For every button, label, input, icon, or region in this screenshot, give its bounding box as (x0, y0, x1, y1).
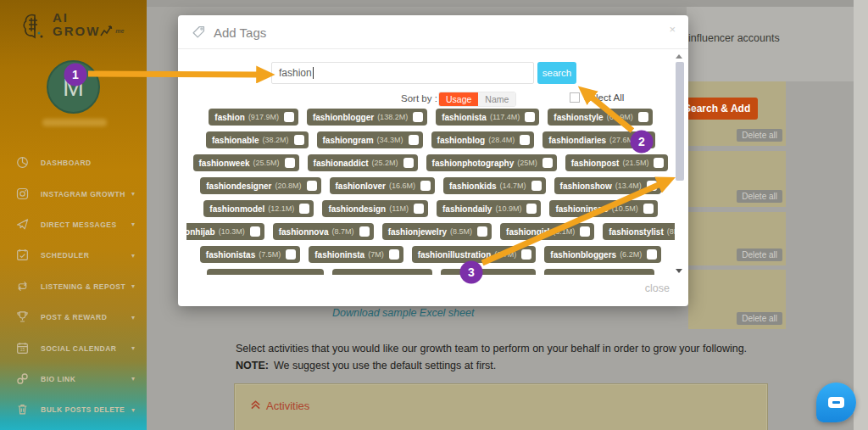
tag-pill[interactable]: fashiongirl(8.1M) (500, 223, 594, 240)
tag-checkbox[interactable] (307, 181, 317, 191)
tag-pill[interactable]: fashionshow(13.4M) (554, 177, 661, 194)
select-all-checkbox[interactable] (570, 92, 580, 103)
modal-scrollbar-thumb[interactable] (676, 62, 684, 181)
tag-checkbox[interactable] (299, 204, 309, 214)
tag-checkbox[interactable] (654, 158, 664, 168)
download-sample-link[interactable]: Download sample Excel sheet (332, 307, 474, 319)
sidebar-item-social-calendar[interactable]: 15SOCIAL CALENDAR▾ (0, 332, 147, 363)
tag-pill[interactable]: fashionphotography(25M) (426, 154, 557, 171)
text-caret (313, 67, 314, 79)
tag-checkbox[interactable] (294, 135, 304, 145)
tag-count: (6.7M) (494, 250, 516, 259)
tag-pill-partial[interactable] (441, 269, 536, 275)
tag-checkbox[interactable] (638, 112, 648, 122)
tag-pill[interactable]: fashiongram(34.3M) (317, 131, 423, 148)
tag-pill[interactable]: fashionbloggers(6.2M) (544, 246, 661, 263)
tag-pill[interactable]: fashionblog(28.4M) (431, 131, 535, 148)
tag-checkbox[interactable] (359, 226, 370, 237)
tag-checkbox[interactable] (389, 249, 399, 260)
tag-checkbox[interactable] (413, 112, 423, 122)
tag-pill[interactable]: fashionable(38.2M) (206, 131, 309, 148)
sidebar-item-listening-repost[interactable]: LISTENING & REPOST▾ (0, 271, 147, 302)
tag-pill[interactable]: fashiondiaries(27.6M) (542, 131, 655, 148)
tag-pill[interactable]: fashionstylist(8M) (603, 223, 675, 240)
page-scrollbar[interactable] (854, 0, 868, 430)
tag-checkbox[interactable] (542, 158, 553, 168)
modal-scrollbar-down-icon[interactable] (676, 269, 682, 273)
delete-all-button[interactable]: Delete all (737, 190, 782, 203)
tag-pill[interactable]: fashionhijab(10.3M) (186, 223, 264, 240)
tag-pill[interactable]: fashionistas(7.5M) (200, 246, 300, 263)
tag-checkbox[interactable] (284, 112, 294, 122)
tag-pill[interactable]: fashioninspo(10.5M) (549, 200, 657, 217)
tag-pill-partial[interactable] (207, 269, 324, 275)
modal-close-button[interactable]: close (645, 282, 670, 294)
sidebar-item-instagram-growth[interactable]: INSTAGRAM GROWTH▾ (0, 178, 147, 209)
sort-name-button[interactable]: Name (478, 92, 515, 106)
tag-pill[interactable]: fashionillustration(6.7M) (412, 246, 537, 263)
tag-pill[interactable]: fashiondesigner(20.8M) (200, 177, 320, 194)
tag-checkbox[interactable] (647, 249, 657, 260)
tag-name: fashioninspo (555, 204, 608, 214)
tag-checkbox[interactable] (414, 204, 424, 214)
tag-pill[interactable]: fashionista(117.4M) (436, 109, 539, 126)
sidebar-item-label: BULK POSTS DELETE (41, 405, 125, 414)
tag-pill[interactable]: fashionpost(21.5M) (565, 154, 669, 171)
avatar[interactable]: M (47, 60, 100, 114)
delete-all-button[interactable]: Delete all (737, 129, 782, 142)
tag-checkbox[interactable] (520, 135, 530, 145)
tag-checkbox[interactable] (521, 249, 531, 260)
tag-pill[interactable]: fashionmodel(12.1M) (203, 200, 314, 217)
sort-usage-button[interactable]: Usage (439, 92, 478, 106)
tag-checkbox[interactable] (409, 135, 419, 145)
delete-all-button[interactable]: Delete all (737, 249, 782, 261)
tag-checkbox[interactable] (580, 226, 590, 237)
tag-checkbox[interactable] (286, 249, 296, 260)
tag-pill[interactable]: fashionaddict(25.2M) (308, 154, 418, 171)
search-button[interactable]: search (537, 62, 576, 84)
tag-pill[interactable]: fashiondesign(11M) (322, 200, 428, 217)
tag-pill[interactable]: fashionjewelry(8.5M) (382, 223, 492, 240)
tag-checkbox[interactable] (250, 226, 260, 237)
tag-count: (10.5M) (612, 204, 638, 213)
tag-pill[interactable]: fashioninsta(7M) (309, 246, 403, 263)
activities-header[interactable]: Activities (250, 398, 767, 413)
tag-checkbox[interactable] (643, 204, 654, 214)
tag-checkbox[interactable] (641, 135, 651, 145)
sidebar-item-bulk-posts-delete[interactable]: BULK POSTS DELETE▾ (0, 394, 147, 425)
tag-checkbox[interactable] (403, 158, 414, 168)
tag-pill[interactable]: fashion(917.9M) (209, 109, 298, 126)
modal-scrollbar-up-icon[interactable] (676, 54, 682, 59)
tag-checkbox[interactable] (477, 226, 487, 237)
close-icon[interactable]: × (669, 23, 676, 36)
tag-row-partial (186, 269, 675, 275)
search-input[interactable]: fashion (271, 62, 534, 84)
sidebar-item-dashboard[interactable]: DASHBOARD (0, 148, 147, 178)
tag-pill[interactable]: fashionstyle(61.9M) (548, 109, 652, 126)
trash-icon (16, 403, 30, 416)
tag-pill[interactable]: fashionweek(25.5M) (193, 154, 299, 171)
tag-checkbox[interactable] (420, 181, 431, 191)
chat-widget-button[interactable] (816, 383, 856, 422)
tag-name: fashionweek (199, 159, 250, 168)
influencer-card: Search & Add Delete all (688, 81, 786, 146)
tag-pill[interactable]: fashionblogger(138.2M) (307, 109, 427, 126)
sidebar-item-bio-link[interactable]: BIO LINK▾ (0, 364, 147, 394)
tag-pill[interactable]: fashionnova(8.7M) (273, 223, 374, 240)
tag-checkbox[interactable] (285, 158, 295, 168)
tag-checkbox[interactable] (647, 181, 657, 191)
tag-pill[interactable]: fashionlover(16.6M) (330, 177, 435, 194)
tag-pill[interactable]: fashiondaily(10.9M) (437, 200, 541, 217)
tag-checkbox[interactable] (526, 204, 537, 214)
tag-pill-partial[interactable] (544, 269, 654, 275)
tag-pill[interactable]: fashionkids(14.7M) (443, 177, 546, 194)
sidebar-item-post-reward[interactable]: POST & REWARD▾ (0, 302, 147, 332)
sidebar-item-scheduler[interactable]: SCHEDULER▾ (0, 240, 147, 271)
tag-checkbox[interactable] (525, 112, 535, 122)
delete-all-button[interactable]: Delete all (737, 312, 782, 325)
sidebar-item-direct-messages[interactable]: DIRECT MESSAGES▾ (0, 209, 147, 240)
tag-pill-partial[interactable] (332, 269, 432, 275)
search-add-button[interactable]: Search & Add (676, 98, 758, 120)
aigrow-logo[interactable]: AI GROW me (22, 11, 124, 43)
tag-checkbox[interactable] (531, 181, 542, 191)
